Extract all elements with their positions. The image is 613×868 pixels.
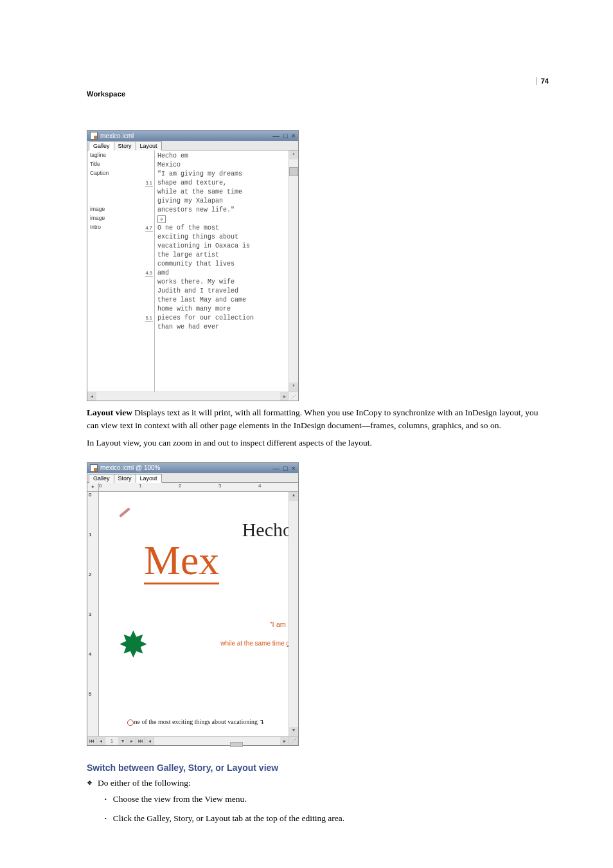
- text-line: while at the same time: [157, 188, 286, 197]
- bullet-icon: •: [105, 812, 107, 825]
- style-label-row: [87, 231, 154, 240]
- minimize-icon[interactable]: —: [272, 132, 280, 140]
- scroll-down-icon[interactable]: ▾: [289, 727, 298, 736]
- last-page-icon[interactable]: ⏭: [136, 737, 145, 745]
- window-title: mexico.icml: [100, 132, 134, 140]
- diamond-bullet-icon: ❖: [87, 777, 93, 790]
- maximize-icon[interactable]: □: [283, 464, 288, 472]
- style-label-row: [87, 294, 154, 303]
- first-page-icon[interactable]: ⏮: [87, 737, 96, 745]
- page-dropdown-icon[interactable]: ▾: [118, 737, 127, 745]
- tab-story[interactable]: Story: [114, 141, 136, 150]
- nav-back-icon[interactable]: ◂: [145, 737, 154, 745]
- text-line: Judith and I traveled: [157, 287, 286, 296]
- text-line: than we had ever: [157, 323, 286, 332]
- scroll-right-icon[interactable]: ▸: [280, 392, 289, 401]
- vertical-scrollbar[interactable]: ▴ ▾: [289, 492, 298, 736]
- caption-line-2: while at the same time g: [220, 640, 289, 647]
- title-text: Mex: [144, 540, 219, 584]
- text-line: there last May and came: [157, 296, 286, 305]
- text-line: exciting things about: [157, 233, 286, 242]
- style-label-row: Title: [87, 159, 154, 168]
- ruler-tick: 1: [139, 483, 141, 489]
- tab-galley[interactable]: Galley: [89, 474, 114, 483]
- text-line: community that lives: [157, 260, 286, 269]
- page-number-field[interactable]: 1: [105, 738, 118, 744]
- caption-line-1: "I am: [270, 620, 286, 628]
- story-text-column: Hecho emMexico"I am giving my dreamsshap…: [155, 150, 289, 392]
- scroll-up-icon[interactable]: ▴: [289, 150, 298, 159]
- tagline-text: Hecho: [242, 519, 289, 541]
- scroll-right-icon[interactable]: ▸: [280, 737, 289, 745]
- ruler-tick: 3: [89, 611, 91, 617]
- text-line: pieces for our collection: [157, 314, 286, 323]
- style-label-row: 4.9: [87, 267, 154, 276]
- scroll-up-icon[interactable]: ▴: [289, 492, 298, 501]
- tab-layout[interactable]: Layout: [136, 474, 162, 483]
- resize-grip-icon[interactable]: ⋰: [289, 737, 298, 745]
- ruler-tick: 0: [89, 492, 91, 498]
- page-canvas[interactable]: Hecho Mex "I am while at the same time g…: [99, 492, 289, 736]
- scroll-thumb[interactable]: [230, 742, 243, 747]
- horizontal-ruler[interactable]: 01234: [99, 483, 298, 492]
- ruler-tick: 5: [89, 691, 91, 697]
- depth-marker: 3.1: [145, 180, 153, 186]
- page-navigator: ⏮ ◂ 1 ▾ ▸ ⏭ ◂ ▸ ⋰: [87, 736, 298, 745]
- anchor-marker-icon: ⎀: [157, 215, 166, 223]
- galley-view-screenshot: mexico.icml — □ × Galley Story Layout ta…: [87, 130, 299, 401]
- scroll-down-icon[interactable]: ▾: [289, 383, 298, 392]
- list-item: Choose the view from the View menu.: [113, 793, 247, 806]
- ruler-tick: 2: [89, 572, 91, 577]
- depth-marker: 5.1: [145, 315, 153, 321]
- tab-story[interactable]: Story: [114, 474, 136, 483]
- prev-page-icon[interactable]: ◂: [96, 737, 105, 745]
- text-line: amd: [157, 269, 286, 278]
- horizontal-scrollbar[interactable]: ◂ ▸ ⋰: [87, 392, 298, 401]
- style-label-row: [87, 249, 154, 258]
- style-label-row: Caption: [87, 168, 154, 177]
- ruler-tick: 2: [179, 483, 181, 489]
- dropcap-marker-icon: [127, 719, 134, 726]
- style-label-row: [87, 276, 154, 285]
- text-line: the large artist: [157, 251, 286, 260]
- term-layout-view: Layout view: [87, 408, 132, 417]
- document-icon: [90, 132, 98, 140]
- resize-grip-icon[interactable]: ⋰: [289, 393, 298, 399]
- window-titlebar: mexico.icml @ 100% — □ ×: [87, 463, 298, 473]
- maximize-icon[interactable]: □: [283, 132, 288, 140]
- document-icon: [90, 464, 98, 472]
- style-label-row: [87, 240, 154, 249]
- next-page-icon[interactable]: ▸: [127, 737, 136, 745]
- text-line: ancestors new life.": [157, 206, 286, 215]
- window-titlebar: mexico.icml — □ ×: [87, 131, 298, 141]
- view-tabs: Galley Story Layout: [87, 141, 298, 150]
- vertical-ruler[interactable]: 012345: [87, 492, 99, 736]
- minimize-icon[interactable]: —: [272, 464, 280, 472]
- ruler-origin-icon[interactable]: ✦: [87, 483, 99, 492]
- style-label-row: [87, 303, 154, 312]
- intro-text: ne of the most exciting things about vac…: [127, 718, 264, 726]
- instruction-lead: Do either of the following:: [98, 777, 191, 790]
- page-header: Workspace: [87, 90, 613, 98]
- depth-marker: 4.9: [145, 270, 153, 276]
- text-line: Hecho em: [157, 152, 286, 161]
- text-line: home with many more: [157, 305, 286, 314]
- style-name-column: taglineTitleCaption3.1imageimageIntro4.7…: [87, 150, 155, 392]
- ruler-tick: 4: [258, 483, 261, 489]
- list-item: Click the Galley, Story, or Layout tab a…: [113, 812, 344, 825]
- ruler-tick: 3: [218, 483, 221, 489]
- style-label-row: tagline: [87, 150, 154, 159]
- text-line: shape amd texture,: [157, 179, 286, 188]
- tab-galley[interactable]: Galley: [89, 141, 114, 150]
- vertical-scrollbar[interactable]: ▴ ▾: [289, 150, 298, 392]
- style-label-row: [87, 195, 154, 204]
- scroll-thumb[interactable]: [289, 167, 298, 176]
- style-label-row: 5.1: [87, 312, 154, 321]
- text-line: ⎀: [157, 215, 286, 224]
- view-tabs: Galley Story Layout: [87, 473, 298, 483]
- close-icon[interactable]: ×: [292, 132, 296, 140]
- close-icon[interactable]: ×: [292, 464, 296, 472]
- tab-layout[interactable]: Layout: [136, 141, 162, 150]
- scroll-left-icon[interactable]: ◂: [87, 392, 96, 401]
- text-line: "I am giving my dreams: [157, 170, 286, 179]
